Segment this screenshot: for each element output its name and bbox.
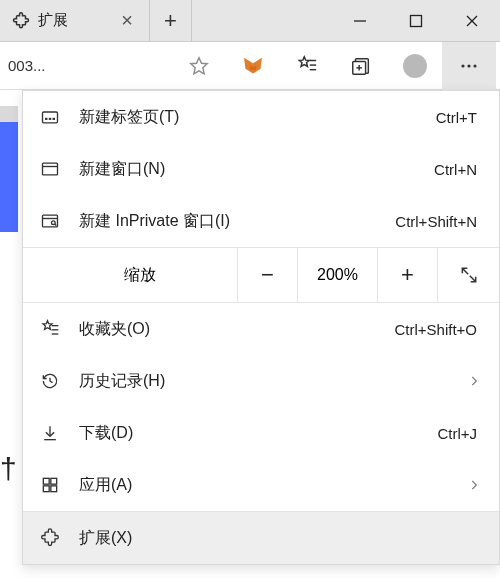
chevron-right-icon	[467, 374, 481, 388]
close-window-button[interactable]	[444, 0, 500, 41]
menu-label: 新建 InPrivate 窗口(I)	[79, 211, 395, 232]
new-tab-icon	[37, 104, 63, 130]
drag-area	[192, 0, 332, 41]
svg-point-15	[461, 64, 464, 67]
tab-strip: 扩展 × +	[0, 0, 332, 41]
svg-rect-39	[51, 486, 57, 492]
page-bg-fragment	[0, 122, 18, 232]
svg-rect-36	[43, 478, 49, 484]
menu-downloads[interactable]: 下载(D) Ctrl+J	[23, 407, 499, 459]
profile-button[interactable]	[388, 42, 442, 90]
inprivate-icon	[37, 208, 63, 234]
svg-rect-37	[51, 478, 57, 484]
chevron-right-icon	[467, 478, 481, 492]
metamask-extension-button[interactable]	[226, 42, 280, 90]
menu-shortcut: Ctrl+J	[437, 425, 481, 442]
apps-icon	[37, 472, 63, 498]
svg-rect-1	[411, 15, 422, 26]
collections-button[interactable]	[334, 42, 388, 90]
window-controls	[332, 0, 500, 41]
menu-shortcut: Ctrl+N	[434, 161, 481, 178]
minimize-button[interactable]	[332, 0, 388, 41]
svg-rect-38	[43, 486, 49, 492]
tab-title: 扩展	[38, 11, 107, 30]
menu-label: 新建标签页(T)	[79, 107, 436, 128]
menu-label: 收藏夹(O)	[79, 319, 394, 340]
zoom-out-button[interactable]: −	[237, 248, 297, 302]
more-menu-button[interactable]	[442, 42, 496, 90]
page-bg-fragment: †	[0, 452, 17, 486]
svg-marker-4	[191, 57, 208, 73]
close-tab-button[interactable]: ×	[115, 9, 139, 33]
svg-rect-18	[43, 112, 58, 123]
window-icon	[37, 156, 63, 182]
puzzle-icon	[37, 525, 63, 551]
new-tab-button[interactable]: +	[150, 0, 192, 41]
svg-point-16	[467, 64, 470, 67]
menu-new-tab[interactable]: 新建标签页(T) Ctrl+T	[23, 91, 499, 143]
menu-apps[interactable]: 应用(A)	[23, 459, 499, 511]
menu-shortcut: Ctrl+Shift+N	[395, 213, 481, 230]
viewport: † 新建标签页(T) Ctrl+T 新建窗口(N)	[0, 90, 500, 587]
address-text[interactable]: 003...	[4, 57, 64, 74]
svg-marker-30	[43, 321, 52, 330]
favorite-star-button[interactable]	[172, 42, 226, 90]
menu-label: 应用(A)	[79, 475, 467, 496]
svg-marker-7	[299, 56, 309, 66]
svg-rect-20	[49, 118, 52, 120]
svg-rect-22	[43, 163, 58, 175]
favorites-list-button[interactable]	[280, 42, 334, 90]
menu-shortcut: Ctrl+Shift+O	[394, 321, 481, 338]
svg-line-29	[469, 276, 475, 282]
zoom-label: 缩放	[23, 248, 237, 302]
toolbar: 003...	[0, 42, 500, 90]
svg-rect-19	[45, 118, 48, 120]
favorites-icon	[37, 316, 63, 342]
settings-menu: 新建标签页(T) Ctrl+T 新建窗口(N) Ctrl+N	[22, 90, 500, 565]
download-icon	[37, 420, 63, 446]
menu-new-inprivate[interactable]: 新建 InPrivate 窗口(I) Ctrl+Shift+N	[23, 195, 499, 247]
history-icon	[37, 368, 63, 394]
svg-rect-21	[53, 118, 56, 120]
menu-shortcut: Ctrl+T	[436, 109, 481, 126]
menu-extensions[interactable]: 扩展(X)	[23, 512, 499, 564]
maximize-button[interactable]	[388, 0, 444, 41]
tab-extensions[interactable]: 扩展 ×	[0, 0, 150, 41]
zoom-value: 200%	[297, 248, 377, 302]
menu-zoom-row: 缩放 − 200% +	[23, 247, 499, 303]
menu-label: 历史记录(H)	[79, 371, 467, 392]
menu-favorites[interactable]: 收藏夹(O) Ctrl+Shift+O	[23, 303, 499, 355]
menu-label: 新建窗口(N)	[79, 159, 434, 180]
menu-label: 扩展(X)	[79, 528, 481, 549]
svg-point-17	[473, 64, 476, 67]
puzzle-icon	[12, 12, 30, 30]
avatar-icon	[403, 54, 427, 78]
menu-history[interactable]: 历史记录(H)	[23, 355, 499, 407]
menu-new-window[interactable]: 新建窗口(N) Ctrl+N	[23, 143, 499, 195]
svg-line-27	[55, 224, 57, 226]
menu-label: 下载(D)	[79, 423, 437, 444]
fullscreen-button[interactable]	[437, 248, 499, 302]
zoom-in-button[interactable]: +	[377, 248, 437, 302]
svg-marker-5	[244, 57, 262, 73]
title-bar: 扩展 × +	[0, 0, 500, 42]
svg-line-28	[462, 268, 468, 274]
